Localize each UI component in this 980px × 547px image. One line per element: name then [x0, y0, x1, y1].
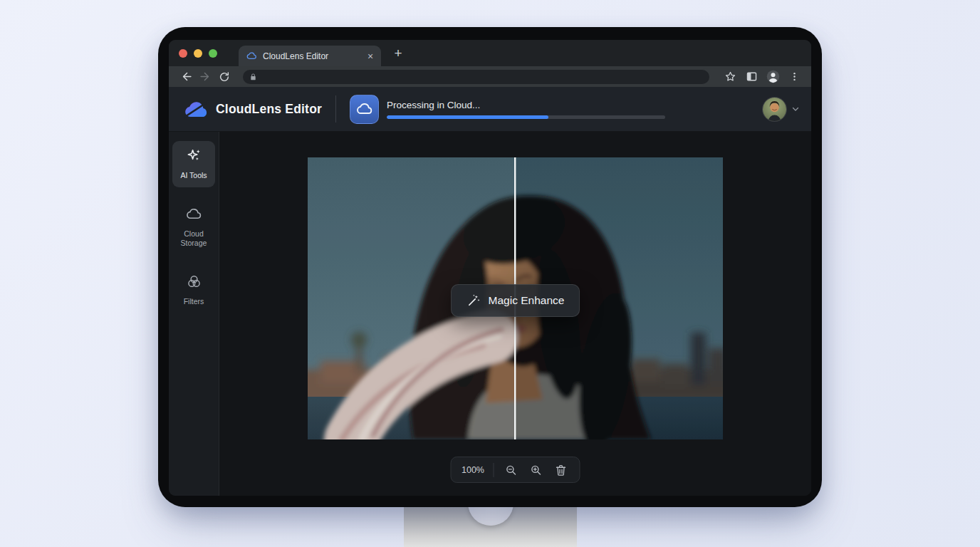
user-avatar[interactable] [763, 98, 786, 121]
lock-icon [249, 73, 257, 81]
zoom-level: 100% [462, 465, 484, 475]
zoom-in-icon[interactable] [528, 462, 544, 478]
monitor-stand-notch [468, 504, 514, 526]
workspace: AI Tools Cloud Storage Filters [169, 132, 811, 496]
sidebar-item-ai-tools[interactable]: AI Tools [172, 141, 215, 187]
tab-title: CloudLens Editor [263, 51, 360, 61]
filters-venn-icon [186, 274, 202, 290]
processing-label: Processing in Cloud... [387, 100, 665, 110]
app-header: CloudLens Editor Processing in Cloud... [169, 87, 811, 132]
page-background: CloudLens Editor × + [0, 0, 980, 547]
bookmark-star-icon[interactable] [722, 69, 738, 85]
new-tab-button[interactable]: + [390, 45, 407, 62]
monitor-stand [404, 504, 577, 547]
side-panel-icon[interactable] [744, 69, 759, 85]
processing-status: Processing in Cloud... [387, 100, 665, 119]
toolbar-divider [494, 463, 494, 477]
sidebar-item-filters[interactable]: Filters [172, 267, 215, 313]
progress-bar [387, 115, 665, 119]
profile-icon[interactable] [765, 69, 781, 85]
window-maximize-button[interactable] [209, 49, 217, 58]
sidebar-item-label: AI Tools [174, 171, 214, 180]
reload-icon[interactable] [217, 69, 232, 85]
zoom-toolbar: 100% [450, 457, 580, 483]
window-minimize-button[interactable] [194, 49, 202, 58]
progress-bar-fill [387, 115, 548, 119]
browser-toolbar [169, 66, 811, 87]
header-divider [335, 95, 336, 123]
cloudlens-logo-icon [184, 100, 209, 119]
monitor-frame: CloudLens Editor × + [158, 27, 822, 507]
chevron-down-icon [791, 105, 800, 113]
cloud-icon [186, 206, 202, 222]
browser-tab[interactable]: CloudLens Editor × [239, 46, 381, 66]
editor-canvas: Magic Enhance 100% [219, 132, 811, 496]
zoom-out-icon[interactable] [504, 462, 519, 478]
tools-sidebar: AI Tools Cloud Storage Filters [169, 132, 219, 496]
kebab-menu-icon[interactable] [786, 69, 802, 85]
sidebar-item-label: Filters [174, 297, 214, 306]
magic-wand-icon [466, 293, 481, 308]
forward-icon[interactable] [197, 69, 213, 85]
trash-icon[interactable] [553, 462, 569, 478]
app-title: CloudLens Editor [216, 102, 322, 117]
user-menu[interactable] [763, 98, 800, 121]
magic-enhance-button[interactable]: Magic Enhance [451, 284, 580, 317]
tab-favicon-cloud-icon [246, 51, 257, 61]
sparkles-icon [186, 147, 202, 164]
address-bar[interactable] [243, 70, 709, 84]
back-icon[interactable] [178, 69, 194, 85]
magic-enhance-label: Magic Enhance [489, 294, 565, 307]
window-controls [179, 49, 217, 58]
window-close-button[interactable] [179, 49, 187, 58]
cloud-processing-button[interactable] [350, 95, 379, 124]
browser-tabstrip: CloudLens Editor × + [169, 40, 811, 66]
tab-close-icon[interactable]: × [365, 51, 375, 61]
sidebar-item-label: Cloud Storage [174, 229, 214, 248]
sidebar-item-cloud-storage[interactable]: Cloud Storage [172, 199, 215, 255]
browser-window: CloudLens Editor × + [169, 40, 811, 496]
